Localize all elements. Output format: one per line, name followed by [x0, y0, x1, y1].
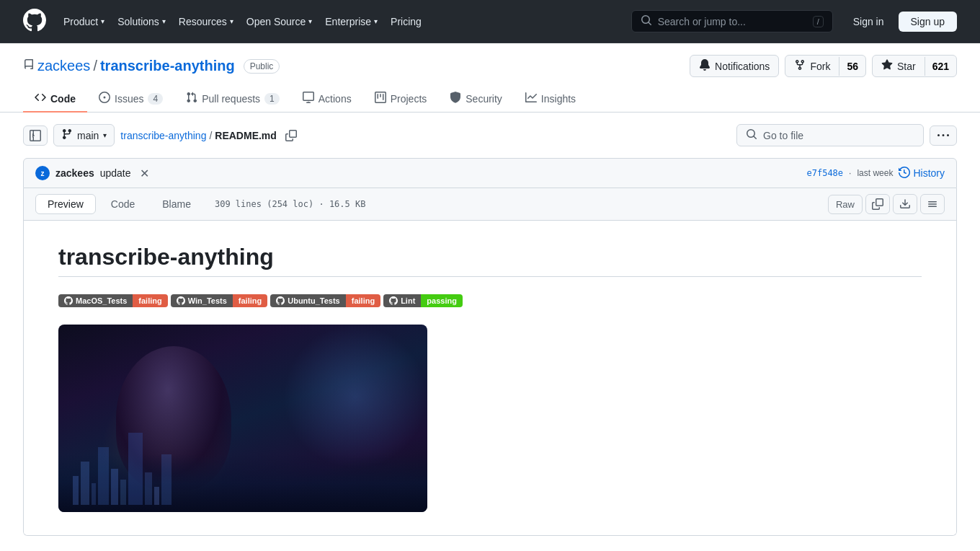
actions-icon	[303, 92, 314, 105]
tab-blame[interactable]: Blame	[150, 194, 203, 214]
download-button[interactable]	[893, 194, 917, 214]
tab-projects[interactable]: Projects	[363, 86, 439, 113]
file-viewer-header: Preview Code Blame 309 lines (254 loc) ·…	[24, 188, 956, 221]
fork-count-button[interactable]: 56	[839, 57, 865, 76]
goto-search-icon	[746, 128, 757, 142]
visibility-badge: Public	[244, 59, 280, 74]
branch-chevron-icon: ▾	[103, 131, 107, 139]
badge-lint-label: Lint	[383, 294, 421, 307]
tab-issues[interactable]: Issues 4	[87, 86, 174, 113]
issues-count-badge: 4	[148, 93, 163, 105]
commit-bar: z zackees update ✕ e7f548e · last week H…	[23, 158, 957, 188]
badge-win-status: failing	[233, 294, 267, 307]
github-logo[interactable]	[23, 9, 46, 34]
readme-content: transcribe-anything MacOS_Tests failing …	[24, 221, 956, 535]
file-search-bar: Go to file	[736, 124, 957, 146]
goto-file-placeholder: Go to file	[763, 130, 803, 141]
tab-pull-requests[interactable]: Pull requests 1	[174, 86, 291, 113]
nav-resources[interactable]: Resources ▾	[173, 12, 239, 32]
breadcrumb-separator: /	[209, 130, 212, 141]
notifications-label: Notifications	[715, 61, 770, 72]
fork-action-group: Fork 56	[785, 55, 866, 77]
commit-meta: e7f548e · last week History	[806, 167, 945, 180]
sign-up-button[interactable]: Sign up	[899, 12, 957, 32]
insights-icon	[525, 92, 537, 105]
enterprise-chevron-icon: ▾	[374, 17, 378, 25]
commit-message-text: update	[100, 167, 131, 179]
tab-preview[interactable]: Preview	[35, 194, 96, 214]
tab-security[interactable]: Security	[438, 86, 514, 113]
raw-button[interactable]: Raw	[828, 195, 863, 214]
history-button[interactable]: History	[899, 167, 945, 180]
nav-pricing-label: Pricing	[391, 16, 422, 27]
star-count-button[interactable]: 621	[925, 57, 956, 76]
commit-separator: ·	[849, 168, 851, 178]
outline-button[interactable]	[920, 194, 945, 214]
nav-pricing[interactable]: Pricing	[385, 12, 427, 32]
search-shortcut: /	[813, 16, 824, 27]
nav-resources-label: Resources	[179, 16, 227, 27]
tab-code[interactable]: Code	[23, 86, 87, 113]
file-viewer: Preview Code Blame 309 lines (254 loc) ·…	[23, 188, 957, 536]
header-search[interactable]: Search or jump to... /	[631, 10, 833, 32]
code-icon	[35, 92, 46, 105]
nav-product[interactable]: Product ▾	[58, 12, 110, 32]
badge-ubuntu-label: Ubuntu_Tests	[270, 294, 346, 307]
file-stats: 309 lines (254 loc) · 16.5 KB	[215, 199, 366, 209]
tab-actions-label: Actions	[318, 93, 352, 105]
nav-enterprise[interactable]: Enterprise ▾	[319, 12, 383, 32]
breadcrumb-path: transcribe-anything / README.md	[120, 130, 277, 141]
open-source-chevron-icon: ▾	[308, 17, 312, 25]
more-options-button[interactable]	[930, 125, 957, 146]
nav-product-label: Product	[63, 16, 98, 27]
nav-solutions[interactable]: Solutions ▾	[112, 12, 172, 32]
branch-selector[interactable]: main ▾	[53, 124, 115, 146]
main-content: main ▾ transcribe-anything / README.md G…	[0, 113, 980, 547]
tab-security-label: Security	[466, 93, 502, 105]
repo-owner-link[interactable]: zackees	[37, 58, 90, 74]
badge-win-label: Win_Tests	[171, 294, 233, 307]
badge-win[interactable]: Win_Tests failing	[171, 294, 268, 307]
notifications-button[interactable]: Notifications	[690, 55, 779, 77]
tab-pr-label: Pull requests	[202, 93, 260, 105]
repo-tabs: Code Issues 4 Pull requests 1	[23, 86, 957, 112]
badge-lint-status: passing	[421, 294, 463, 307]
goto-file-field[interactable]: Go to file	[736, 124, 924, 146]
branch-name: main	[77, 130, 99, 141]
badge-macos[interactable]: MacOS_Tests failing	[58, 294, 168, 307]
hero-image	[58, 325, 427, 512]
badge-lint[interactable]: Lint passing	[383, 294, 463, 307]
history-label: History	[913, 167, 945, 179]
commit-hash-link[interactable]: e7f548e	[806, 168, 843, 178]
tab-projects-label: Projects	[391, 93, 427, 105]
main-header: Product ▾ Solutions ▾ Resources ▾ Open S…	[0, 0, 980, 43]
star-icon	[881, 59, 893, 73]
tab-code-view[interactable]: Code	[99, 194, 147, 214]
repo-breadcrumb-sep: /	[93, 58, 97, 74]
badge-row: MacOS_Tests failing Win_Tests failing	[58, 294, 922, 307]
commit-time: last week	[857, 168, 893, 178]
commit-author-name[interactable]: zackees	[55, 167, 94, 179]
repo-header: zackees / transcribe-anything Public Not…	[0, 43, 980, 113]
nav-enterprise-label: Enterprise	[325, 16, 371, 27]
branch-icon	[61, 128, 73, 142]
copy-raw-button[interactable]	[865, 194, 890, 214]
repo-name-link[interactable]: transcribe-anything	[100, 58, 235, 74]
fork-button[interactable]: Fork	[785, 56, 839, 76]
nav-open-source[interactable]: Open Source ▾	[241, 12, 318, 32]
breadcrumb-repo-link[interactable]: transcribe-anything	[120, 130, 206, 141]
star-button[interactable]: Star	[873, 56, 925, 76]
sign-in-button[interactable]: Sign in	[845, 12, 893, 31]
tab-actions[interactable]: Actions	[291, 86, 363, 113]
sidebar-toggle-button[interactable]	[23, 125, 48, 146]
badge-macos-status: failing	[133, 294, 167, 307]
close-commit-button[interactable]: ✕	[137, 167, 152, 180]
badge-macos-label: MacOS_Tests	[58, 294, 133, 307]
repo-actions: Notifications Fork 56	[690, 55, 957, 77]
product-chevron-icon: ▾	[101, 17, 104, 25]
copy-path-button[interactable]	[282, 127, 300, 144]
badge-ubuntu-status: failing	[346, 294, 380, 307]
history-icon	[899, 167, 910, 180]
badge-ubuntu[interactable]: Ubuntu_Tests failing	[270, 294, 380, 307]
tab-insights[interactable]: Insights	[514, 86, 587, 113]
